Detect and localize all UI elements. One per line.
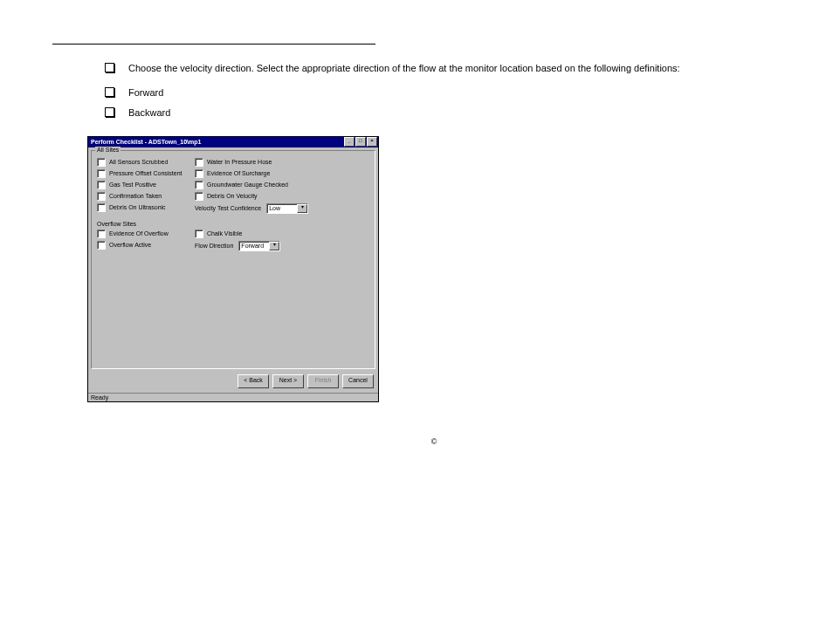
flow-direction-row: Flow Direction Forward ▾ <box>195 241 280 251</box>
chevron-down-icon: ▾ <box>297 204 307 213</box>
checkbox-evidence-overflow[interactable]: Evidence Of Overflow <box>97 230 184 238</box>
status-bar: Ready <box>88 393 378 401</box>
checkbox-icon <box>195 158 203 167</box>
back-button[interactable]: < Back <box>238 374 269 388</box>
list-item: Backward <box>105 106 781 119</box>
copyright-symbol: © <box>431 437 437 446</box>
chevron-down-icon: ▾ <box>269 242 279 250</box>
group-label: All Sites <box>95 147 120 153</box>
top-rule <box>52 44 375 45</box>
checkbox-gas-test[interactable]: Gas Test Positive <box>97 181 184 189</box>
checkbox-confirmation-taken[interactable]: Confirmation Taken <box>97 192 184 201</box>
wizard-buttons: < Back Next > Finish Cancel <box>91 371 375 390</box>
overflow-sites-label: Overflow Sites <box>97 221 369 227</box>
checkbox-debris-ultrasonic[interactable]: Debris On Ultrasonic <box>97 203 184 212</box>
footer: © <box>87 437 781 446</box>
checkbox-debris-velocity[interactable]: Debris On Velocity <box>195 192 308 201</box>
list-item: Choose the velocity direction. Select th… <box>105 62 781 74</box>
checkbox-icon <box>97 203 106 212</box>
checkbox-chalk-visible[interactable]: Chalk Visible <box>195 230 280 238</box>
window-title: Perform Checklist - ADSTown_10\mp1 <box>91 139 201 145</box>
checkbox-icon <box>195 192 203 201</box>
checkbox-all-sensors-scrubbed[interactable]: All Sensors Scrubbed <box>97 158 184 167</box>
perform-checklist-window: Perform Checklist - ADSTown_10\mp1 _ □ ×… <box>87 136 379 402</box>
checkbox-icon <box>97 241 106 250</box>
finish-button: Finish <box>307 374 339 388</box>
list-item-text: Choose the velocity direction. Select th… <box>128 62 781 74</box>
checkbox-icon <box>97 230 106 238</box>
close-button[interactable]: × <box>367 137 377 147</box>
maximize-button[interactable]: □ <box>355 137 366 147</box>
checkbox-icon <box>105 87 114 97</box>
velocity-test-row: Velocity Test Confidence Low ▾ <box>195 203 308 214</box>
checkbox-icon <box>195 230 203 238</box>
velocity-test-combo[interactable]: Low ▾ <box>266 203 308 214</box>
checkbox-overflow-active[interactable]: Overflow Active <box>97 241 184 250</box>
list-item-text: Forward <box>128 86 781 99</box>
checkbox-icon <box>97 169 106 178</box>
checkbox-icon <box>105 63 114 72</box>
checkbox-icon <box>97 181 106 189</box>
checkbox-icon <box>195 181 203 189</box>
checkbox-icon <box>195 169 203 178</box>
instruction-list: Choose the velocity direction. Select th… <box>105 62 781 119</box>
next-button[interactable]: Next > <box>272 374 304 388</box>
checkbox-groundwater-gauge[interactable]: Groundwater Gauge Checked <box>195 181 308 189</box>
minimize-button[interactable]: _ <box>344 137 355 147</box>
title-bar: Perform Checklist - ADSTown_10\mp1 _ □ × <box>88 137 378 147</box>
list-item: Forward <box>105 86 781 99</box>
checkbox-pressure-offset[interactable]: Pressure Offset Consistent <box>97 169 184 178</box>
flow-direction-combo[interactable]: Forward ▾ <box>238 241 280 251</box>
status-text: Ready <box>91 394 108 401</box>
checkbox-water-pressure-hose[interactable]: Water In Pressure Hose <box>195 158 308 167</box>
flow-direction-label: Flow Direction <box>195 243 233 249</box>
checkbox-icon <box>105 107 114 117</box>
checkbox-icon <box>97 158 106 167</box>
checkbox-icon <box>97 192 106 201</box>
velocity-test-label: Velocity Test Confidence <box>195 205 261 211</box>
all-sites-group: All Sites All Sensors Scrubbed Pressure … <box>91 150 375 369</box>
cancel-button[interactable]: Cancel <box>342 374 374 388</box>
list-item-text: Backward <box>128 106 781 119</box>
checkbox-evidence-surcharge[interactable]: Evidence Of Surcharge <box>195 169 308 178</box>
